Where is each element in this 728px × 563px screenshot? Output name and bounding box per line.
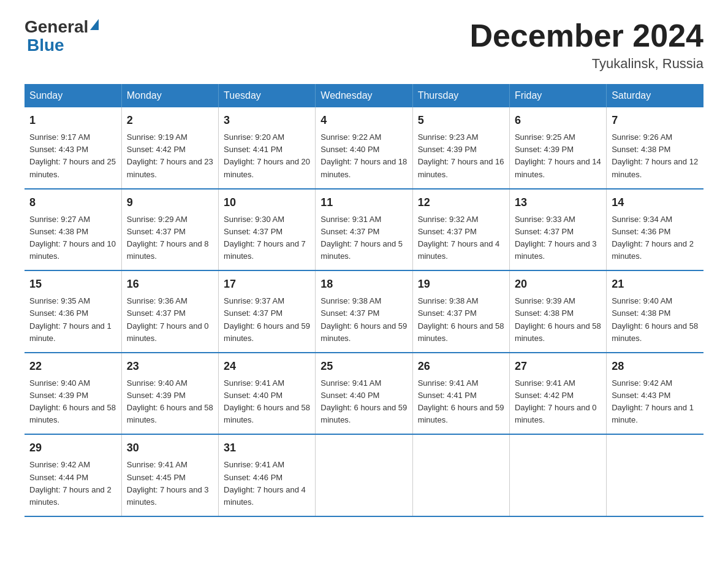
calendar-cell: 28 Sunrise: 9:42 AM Sunset: 4:43 PM Dayl… — [607, 353, 703, 435]
calendar-cell: 26 Sunrise: 9:41 AM Sunset: 4:41 PM Dayl… — [412, 353, 509, 435]
day-info: Sunrise: 9:40 AM Sunset: 4:39 PM Dayligh… — [127, 377, 213, 427]
day-number: 24 — [224, 358, 310, 375]
day-number: 29 — [29, 440, 116, 456]
header-wednesday: Wednesday — [316, 84, 412, 107]
header-thursday: Thursday — [412, 84, 509, 107]
day-number: 23 — [127, 358, 213, 375]
calendar-cell: 8 Sunrise: 9:27 AM Sunset: 4:38 PM Dayli… — [25, 189, 121, 271]
logo-flag-icon — [90, 19, 99, 30]
day-number: 7 — [612, 112, 699, 129]
calendar-table: Sunday Monday Tuesday Wednesday Thursday… — [25, 84, 703, 517]
calendar-cell: 24 Sunrise: 9:41 AM Sunset: 4:40 PM Dayl… — [219, 353, 316, 435]
day-number: 26 — [418, 358, 504, 375]
day-number: 10 — [224, 194, 310, 211]
calendar-cell: 3 Sunrise: 9:20 AM Sunset: 4:41 PM Dayli… — [219, 107, 316, 189]
calendar-cell — [412, 434, 509, 516]
day-info: Sunrise: 9:30 AM Sunset: 4:37 PM Dayligh… — [224, 213, 310, 263]
calendar-cell: 29 Sunrise: 9:42 AM Sunset: 4:44 PM Dayl… — [25, 434, 121, 516]
day-info: Sunrise: 9:32 AM Sunset: 4:37 PM Dayligh… — [418, 213, 504, 263]
day-number: 27 — [515, 358, 601, 375]
day-info: Sunrise: 9:38 AM Sunset: 4:37 PM Dayligh… — [320, 295, 407, 345]
calendar-week-2: 8 Sunrise: 9:27 AM Sunset: 4:38 PM Dayli… — [25, 189, 703, 271]
day-info: Sunrise: 9:41 AM Sunset: 4:46 PM Dayligh… — [224, 459, 310, 508]
day-info: Sunrise: 9:27 AM Sunset: 4:38 PM Dayligh… — [29, 213, 116, 263]
calendar-cell: 25 Sunrise: 9:41 AM Sunset: 4:40 PM Dayl… — [316, 353, 412, 435]
day-info: Sunrise: 9:33 AM Sunset: 4:37 PM Dayligh… — [515, 213, 601, 263]
calendar-cell: 11 Sunrise: 9:31 AM Sunset: 4:37 PM Dayl… — [316, 189, 412, 271]
header-friday: Friday — [509, 84, 606, 107]
day-info: Sunrise: 9:41 AM Sunset: 4:40 PM Dayligh… — [320, 377, 407, 427]
calendar-week-5: 29 Sunrise: 9:42 AM Sunset: 4:44 PM Dayl… — [25, 434, 703, 516]
day-number: 30 — [127, 440, 213, 456]
day-number: 6 — [515, 112, 601, 129]
calendar-cell: 4 Sunrise: 9:22 AM Sunset: 4:40 PM Dayli… — [316, 107, 412, 189]
day-number: 5 — [418, 112, 504, 129]
day-number: 8 — [29, 194, 116, 211]
day-number: 1 — [29, 112, 116, 129]
calendar-week-1: 1 Sunrise: 9:17 AM Sunset: 4:43 PM Dayli… — [25, 107, 703, 189]
calendar-cell: 30 Sunrise: 9:41 AM Sunset: 4:45 PM Dayl… — [121, 434, 218, 516]
day-info: Sunrise: 9:23 AM Sunset: 4:39 PM Dayligh… — [418, 131, 504, 181]
day-number: 19 — [418, 276, 504, 293]
location: Tyukalinsk, Russia — [469, 56, 703, 72]
day-number: 18 — [320, 276, 407, 293]
calendar-cell: 17 Sunrise: 9:37 AM Sunset: 4:37 PM Dayl… — [219, 270, 316, 353]
calendar-cell — [509, 434, 606, 516]
day-number: 31 — [224, 440, 310, 456]
day-info: Sunrise: 9:41 AM Sunset: 4:45 PM Dayligh… — [127, 459, 213, 508]
day-number: 14 — [612, 194, 699, 211]
weekday-header-row: Sunday Monday Tuesday Wednesday Thursday… — [25, 84, 703, 107]
day-number: 2 — [127, 112, 213, 129]
day-info: Sunrise: 9:42 AM Sunset: 4:43 PM Dayligh… — [612, 377, 699, 427]
calendar-cell — [316, 434, 412, 516]
calendar-cell: 2 Sunrise: 9:19 AM Sunset: 4:42 PM Dayli… — [121, 107, 218, 189]
calendar-cell: 9 Sunrise: 9:29 AM Sunset: 4:37 PM Dayli… — [121, 189, 218, 271]
day-info: Sunrise: 9:40 AM Sunset: 4:39 PM Dayligh… — [29, 377, 116, 427]
header-sunday: Sunday — [25, 84, 121, 107]
header-monday: Monday — [121, 84, 218, 107]
calendar-cell: 7 Sunrise: 9:26 AM Sunset: 4:38 PM Dayli… — [607, 107, 703, 189]
calendar-cell: 21 Sunrise: 9:40 AM Sunset: 4:38 PM Dayl… — [607, 270, 703, 353]
calendar-cell: 22 Sunrise: 9:40 AM Sunset: 4:39 PM Dayl… — [25, 353, 121, 435]
calendar-cell: 1 Sunrise: 9:17 AM Sunset: 4:43 PM Dayli… — [25, 107, 121, 189]
calendar-cell: 27 Sunrise: 9:41 AM Sunset: 4:42 PM Dayl… — [509, 353, 606, 435]
day-info: Sunrise: 9:34 AM Sunset: 4:36 PM Dayligh… — [612, 213, 699, 263]
day-info: Sunrise: 9:41 AM Sunset: 4:42 PM Dayligh… — [515, 377, 601, 427]
calendar-cell: 20 Sunrise: 9:39 AM Sunset: 4:38 PM Dayl… — [509, 270, 606, 353]
day-info: Sunrise: 9:22 AM Sunset: 4:40 PM Dayligh… — [320, 131, 407, 181]
day-info: Sunrise: 9:31 AM Sunset: 4:37 PM Dayligh… — [320, 213, 407, 263]
day-info: Sunrise: 9:42 AM Sunset: 4:44 PM Dayligh… — [29, 459, 116, 508]
header-tuesday: Tuesday — [219, 84, 316, 107]
calendar-cell — [607, 434, 703, 516]
day-number: 15 — [29, 276, 116, 293]
day-info: Sunrise: 9:19 AM Sunset: 4:42 PM Dayligh… — [127, 131, 213, 181]
day-info: Sunrise: 9:41 AM Sunset: 4:40 PM Dayligh… — [224, 377, 310, 427]
day-number: 9 — [127, 194, 213, 211]
calendar-cell: 14 Sunrise: 9:34 AM Sunset: 4:36 PM Dayl… — [607, 189, 703, 271]
day-info: Sunrise: 9:41 AM Sunset: 4:41 PM Dayligh… — [418, 377, 504, 427]
day-info: Sunrise: 9:25 AM Sunset: 4:39 PM Dayligh… — [515, 131, 601, 181]
calendar-cell: 16 Sunrise: 9:36 AM Sunset: 4:37 PM Dayl… — [121, 270, 218, 353]
day-number: 4 — [320, 112, 407, 129]
day-info: Sunrise: 9:36 AM Sunset: 4:37 PM Dayligh… — [127, 295, 213, 345]
day-number: 25 — [320, 358, 407, 375]
calendar-cell: 10 Sunrise: 9:30 AM Sunset: 4:37 PM Dayl… — [219, 189, 316, 271]
day-number: 12 — [418, 194, 504, 211]
calendar-cell: 19 Sunrise: 9:38 AM Sunset: 4:37 PM Dayl… — [412, 270, 509, 353]
logo-blue-text: Blue — [27, 36, 64, 55]
day-info: Sunrise: 9:40 AM Sunset: 4:38 PM Dayligh… — [612, 295, 699, 345]
day-number: 21 — [612, 276, 699, 293]
calendar-week-4: 22 Sunrise: 9:40 AM Sunset: 4:39 PM Dayl… — [25, 353, 703, 435]
day-info: Sunrise: 9:17 AM Sunset: 4:43 PM Dayligh… — [29, 131, 116, 181]
logo: General Blue — [25, 18, 100, 55]
day-number: 13 — [515, 194, 601, 211]
day-info: Sunrise: 9:20 AM Sunset: 4:41 PM Dayligh… — [224, 131, 310, 181]
header-saturday: Saturday — [607, 84, 703, 107]
calendar-cell: 13 Sunrise: 9:33 AM Sunset: 4:37 PM Dayl… — [509, 189, 606, 271]
day-info: Sunrise: 9:26 AM Sunset: 4:38 PM Dayligh… — [612, 131, 699, 181]
calendar-cell: 23 Sunrise: 9:40 AM Sunset: 4:39 PM Dayl… — [121, 353, 218, 435]
day-info: Sunrise: 9:38 AM Sunset: 4:37 PM Dayligh… — [418, 295, 504, 345]
calendar-week-3: 15 Sunrise: 9:35 AM Sunset: 4:36 PM Dayl… — [25, 270, 703, 353]
day-number: 11 — [320, 194, 407, 211]
day-info: Sunrise: 9:39 AM Sunset: 4:38 PM Dayligh… — [515, 295, 601, 345]
